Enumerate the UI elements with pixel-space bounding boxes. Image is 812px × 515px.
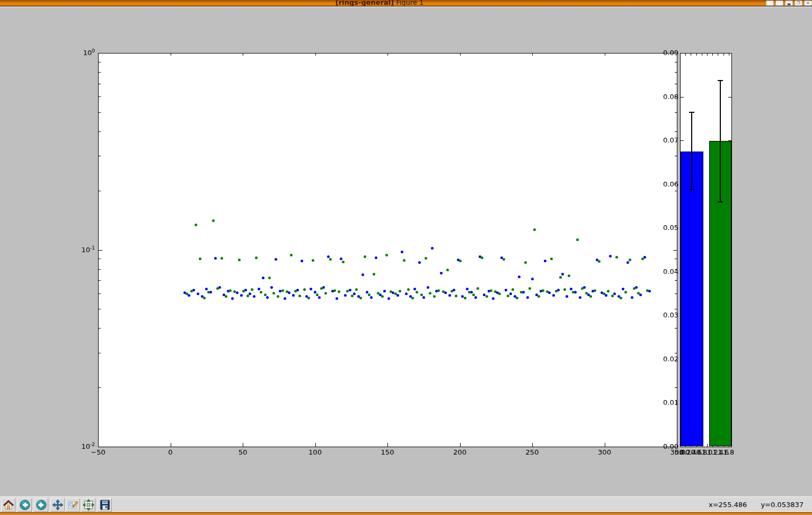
cursor-x-value: x=255.486	[709, 501, 747, 509]
bar-x-tick-label: 0.6	[691, 448, 702, 456]
save-icon	[99, 499, 111, 511]
y-tick-label: 10-2	[81, 442, 95, 450]
window-title-doc: Figure 1	[396, 0, 423, 6]
back-icon	[19, 499, 31, 511]
bottom-orange-strip	[0, 512, 812, 515]
maximize-button[interactable]: ❐	[795, 1, 802, 6]
home-button[interactable]	[1, 498, 15, 512]
window-button-2[interactable]	[775, 1, 783, 6]
matplotlib-toolbar: x=255.486y=0.053837	[0, 496, 812, 513]
x-tick-label: 350	[670, 448, 684, 456]
minimize-button[interactable]: ▃	[785, 1, 793, 6]
pan-icon	[52, 499, 64, 511]
bar-x-tick-label: 1.6	[718, 448, 729, 456]
save-button[interactable]	[98, 498, 112, 512]
home-icon	[3, 499, 14, 511]
zoom-button[interactable]	[66, 498, 80, 512]
bar-plot-area[interactable]	[680, 53, 732, 447]
cursor-position-readout: x=255.486y=0.053837	[695, 501, 804, 509]
window-titlebar: [rings-general] Figure 1 ▃ ❐ ✕	[0, 0, 812, 6]
forward-button[interactable]	[34, 498, 48, 512]
x-tick-label: −50	[91, 448, 105, 456]
back-button[interactable]	[17, 498, 32, 512]
x-tick-label: 150	[381, 448, 394, 456]
bar-x-tick-label: 1.2	[707, 448, 718, 456]
scatter-plot-area[interactable]	[98, 53, 677, 447]
x-tick-label: 50	[239, 448, 248, 456]
bar-x-tick-label: 1.0	[702, 448, 713, 456]
bar-x-tick-label: 1.8	[723, 448, 735, 456]
y-tick-label: 10-1	[81, 245, 95, 254]
configure-subplots-button[interactable]	[81, 498, 95, 512]
y-tick-label: 100	[83, 48, 95, 57]
cursor-y-value: y=0.053837	[761, 501, 804, 509]
bar-x-tick-label: 0.8	[696, 448, 707, 456]
x-tick-label: 300	[598, 448, 611, 456]
zoom-icon	[67, 499, 79, 511]
pan-button[interactable]	[50, 498, 65, 512]
subplots-icon	[83, 499, 94, 511]
x-tick-label: 100	[308, 448, 322, 456]
x-tick-label: 200	[453, 448, 466, 456]
bar-x-tick-label: 1.4	[712, 448, 723, 456]
forward-icon	[36, 499, 47, 511]
figure-canvas: −5005010015020025030035010010-110-20.000…	[0, 7, 812, 496]
x-tick-label: 250	[526, 448, 539, 456]
close-button[interactable]: ✕	[804, 1, 812, 6]
window-controls: ▃ ❐ ✕	[766, 1, 812, 6]
x-tick-label: 0	[168, 448, 172, 456]
bar-x-tick-label: 0.0	[675, 448, 686, 456]
window-button-1[interactable]	[766, 1, 774, 6]
application-window: [rings-general] Figure 1 ▃ ❐ ✕ −50050100…	[0, 0, 812, 515]
bar-x-tick-label: 0.2	[680, 448, 691, 456]
window-title-app: [rings-general]	[336, 0, 394, 6]
bar-x-tick-label: 0.4	[685, 448, 696, 456]
